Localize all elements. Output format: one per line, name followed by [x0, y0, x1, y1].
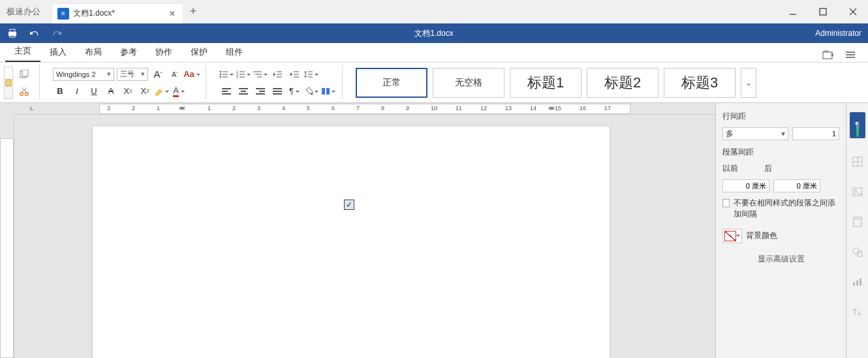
- align-right-icon[interactable]: [253, 85, 268, 98]
- menu-reference[interactable]: 参考: [111, 42, 146, 62]
- change-case-icon[interactable]: Aa: [185, 68, 199, 81]
- svg-rect-5: [10, 29, 15, 32]
- show-advanced-link[interactable]: 显示高级设置: [722, 248, 839, 265]
- superscript-icon[interactable]: X2: [121, 85, 135, 98]
- align-justify-icon[interactable]: [270, 85, 285, 98]
- style-normal[interactable]: 正常: [356, 68, 427, 98]
- bg-color-button[interactable]: [722, 229, 742, 243]
- svg-point-22: [220, 76, 222, 78]
- strikethrough-icon[interactable]: A: [104, 85, 118, 98]
- paragraph-mark-icon[interactable]: ¶: [287, 85, 302, 98]
- cut-icon[interactable]: [16, 84, 33, 98]
- menu-plugins[interactable]: 组件: [217, 42, 252, 62]
- style-heading1[interactable]: 标题1: [510, 68, 581, 98]
- increase-font-icon[interactable]: Aˆ: [151, 68, 165, 81]
- doc-tab-label: 文档1.docx*: [73, 8, 115, 19]
- svg-text:a: a: [858, 310, 861, 316]
- svg-rect-11: [6, 80, 11, 86]
- svg-rect-68: [856, 280, 858, 286]
- menu-home[interactable]: 主页: [5, 41, 40, 62]
- svg-rect-1: [820, 8, 826, 15]
- border-icon[interactable]: [321, 85, 335, 98]
- svg-rect-56: [322, 88, 325, 95]
- para-spacing-label: 段落间距: [722, 147, 839, 158]
- add-tab-button[interactable]: +: [183, 1, 204, 22]
- svg-text:T: T: [852, 307, 858, 316]
- sidepane-table-icon[interactable]: [851, 155, 864, 168]
- close-tab-icon[interactable]: ✕: [167, 8, 178, 19]
- paste-button[interactable]: [4, 67, 13, 99]
- font-family-select[interactable]: Wingdings 2▾: [53, 68, 114, 81]
- bg-color-label: 背景颜色: [746, 230, 777, 241]
- vertical-ruler[interactable]: [0, 115, 14, 358]
- style-nospacing[interactable]: 无空格: [433, 68, 504, 98]
- minimize-button[interactable]: [778, 0, 808, 23]
- sidepane-text-icon[interactable]: Ta: [851, 305, 864, 318]
- svg-point-14: [20, 92, 23, 95]
- svg-rect-63: [854, 217, 861, 226]
- paragraph-panel: 行间距 多▾ 段落间距 以前 后 不要在相同样式的段落之间添加间隔 背景颜色 显…: [715, 103, 846, 358]
- before-label: 以前: [722, 163, 738, 174]
- svg-rect-13: [22, 70, 28, 76]
- font-color-icon[interactable]: A: [172, 85, 186, 98]
- copy-icon[interactable]: [16, 67, 33, 82]
- increase-indent-icon[interactable]: [287, 68, 302, 81]
- bullets-icon[interactable]: [219, 68, 234, 81]
- sidepane-paragraph-icon[interactable]: ¶: [850, 112, 865, 138]
- multilevel-icon[interactable]: [253, 68, 268, 81]
- close-window-button[interactable]: [838, 0, 868, 23]
- document-tab[interactable]: ≡ 文档1.docx* ✕: [52, 4, 183, 23]
- sidepane-chart-icon[interactable]: [851, 275, 864, 288]
- style-heading3[interactable]: 标题3: [664, 68, 736, 98]
- underline-icon[interactable]: U: [87, 85, 101, 98]
- line-spacing-mode-select[interactable]: 多▾: [722, 127, 788, 140]
- style-heading2[interactable]: 标题2: [587, 68, 659, 98]
- menu-collab[interactable]: 协作: [146, 42, 181, 62]
- indent-marker-right[interactable]: [548, 103, 555, 113]
- bold-icon[interactable]: B: [53, 85, 67, 98]
- align-left-icon[interactable]: [219, 85, 234, 98]
- undo-icon[interactable]: [29, 27, 40, 39]
- ruler-corner: L: [30, 105, 33, 112]
- sidepane-shape-icon[interactable]: [851, 245, 864, 258]
- decrease-font-icon[interactable]: Aˇ: [168, 68, 182, 81]
- line-spacing-icon[interactable]: [304, 68, 318, 81]
- app-name-tab[interactable]: 极速办公: [0, 0, 52, 23]
- svg-point-18: [220, 70, 222, 72]
- italic-icon[interactable]: I: [70, 85, 84, 98]
- sidepane-image-icon[interactable]: [851, 185, 864, 198]
- menu-insert[interactable]: 插入: [40, 42, 76, 62]
- print-icon[interactable]: [7, 27, 18, 39]
- menu-protect[interactable]: 保护: [181, 42, 217, 62]
- spacing-after-input[interactable]: [773, 179, 820, 192]
- decrease-indent-icon[interactable]: [270, 68, 285, 81]
- line-spacing-value-input[interactable]: [792, 127, 839, 140]
- document-page[interactable]: [93, 127, 610, 358]
- sidepane-header-icon[interactable]: [851, 215, 864, 228]
- menu-layout[interactable]: 布局: [76, 42, 111, 62]
- indent-marker[interactable]: [179, 103, 185, 113]
- no-space-same-style-checkbox[interactable]: [722, 199, 730, 207]
- shading-icon[interactable]: [304, 85, 318, 98]
- line-spacing-label: 行间距: [722, 111, 839, 122]
- redo-icon[interactable]: [51, 27, 63, 39]
- highlight-color-icon[interactable]: [155, 85, 169, 98]
- after-label: 后: [764, 163, 772, 174]
- spacing-before-input[interactable]: [722, 179, 769, 192]
- inserted-checkbox-symbol[interactable]: [344, 200, 354, 210]
- styles-expand-icon[interactable]: ⌄: [741, 68, 756, 98]
- subscript-icon[interactable]: X2: [138, 85, 152, 98]
- font-size-value: 三号: [120, 69, 134, 79]
- no-space-same-style-label: 不要在相同样式的段落之间添加间隔: [734, 198, 839, 220]
- maximize-button[interactable]: [808, 0, 838, 23]
- svg-point-15: [25, 92, 29, 95]
- horizontal-ruler[interactable]: L 3 2 1 1 2 3 4 5 6 7 8 9 10 11 12 13 14…: [14, 103, 715, 115]
- menu-more-icon[interactable]: [843, 48, 858, 62]
- open-file-icon[interactable]: [821, 48, 835, 62]
- numbering-icon[interactable]: 123: [236, 68, 251, 81]
- user-label[interactable]: Administrator: [815, 29, 861, 38]
- align-center-icon[interactable]: [236, 85, 251, 98]
- clipboard-icon: [5, 79, 12, 87]
- font-size-select[interactable]: 三号▾: [117, 68, 148, 81]
- font-family-value: Wingdings 2: [56, 70, 96, 78]
